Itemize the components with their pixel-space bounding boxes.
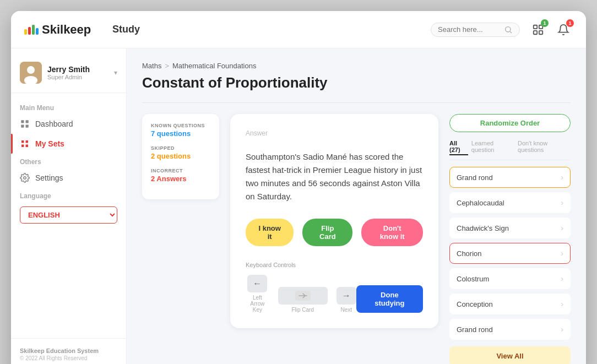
question-label: Conception xyxy=(457,300,493,308)
search-icon xyxy=(504,25,513,34)
done-studying-button[interactable]: Done studying xyxy=(356,285,423,313)
chevron-right-icon: › xyxy=(561,249,563,258)
question-item[interactable]: Chorion › xyxy=(449,243,571,264)
key-controls: ← Left Arrow Key Flip Card xyxy=(246,275,356,313)
sidebar-settings-label: Settings xyxy=(35,173,63,182)
stat-incorrect-value: 2 Answers xyxy=(151,175,210,183)
main-layout: Jerry Smith Super Admin ▾ Main Menu Dash… xyxy=(11,48,586,364)
question-item[interactable]: Grand rond › xyxy=(449,167,571,188)
apps-badge: 1 xyxy=(541,19,549,27)
question-item[interactable]: Chadwick's Sign › xyxy=(449,218,571,238)
content: Maths > Mathematical Foundations Constan… xyxy=(127,48,586,364)
question-list: Grand rond › Cephalocaudal › Chadwick's … xyxy=(449,167,571,340)
card-label: Answer xyxy=(246,129,423,137)
left-arrow-desc: Left Arrow Key xyxy=(246,295,269,313)
notifications-button[interactable]: 1 xyxy=(554,20,573,39)
svg-rect-9 xyxy=(21,120,24,123)
header: Skilkeep Study 1 1 xyxy=(11,11,586,48)
stat-skipped: SKIPPED 2 questions xyxy=(151,145,210,160)
apps-button[interactable]: 1 xyxy=(529,20,547,39)
keyboard-section: Keyboard Controls ← Left Arrow Key xyxy=(246,255,423,313)
next-key[interactable]: → xyxy=(337,287,356,305)
filter-tab-all[interactable]: All (27) xyxy=(449,139,468,155)
language-select[interactable]: ENGLISH xyxy=(20,207,117,224)
chevron-right-icon: › xyxy=(561,325,563,334)
avatar xyxy=(20,62,42,84)
question-label: Colostrum xyxy=(457,275,489,283)
stat-skipped-value: 2 questions xyxy=(151,152,210,160)
chevron-right-icon: › xyxy=(561,173,563,182)
settings-icon xyxy=(20,173,30,183)
right-panel: Randomize Order All (27) Learned questio… xyxy=(449,114,571,364)
others-label: Others xyxy=(11,154,126,168)
flip-key-group: Flip Card xyxy=(278,287,328,313)
sidebar-dashboard-label: Dashboard xyxy=(35,119,73,128)
svg-rect-2 xyxy=(534,25,537,28)
svg-rect-11 xyxy=(21,125,24,128)
randomize-button[interactable]: Randomize Order xyxy=(449,114,571,132)
sidebar-my-sets-label: My Sets xyxy=(35,139,64,148)
content-divider xyxy=(142,102,571,103)
search-input[interactable] xyxy=(438,25,504,34)
filter-tab-dontknow[interactable]: Don't know questions xyxy=(518,139,571,155)
question-item[interactable]: Colostrum › xyxy=(449,268,571,289)
stat-incorrect: INCORRECT 2 Answers xyxy=(151,168,210,183)
question-item[interactable]: Cephalocaudal › xyxy=(449,192,571,213)
main-menu-label: Main Menu xyxy=(11,100,126,114)
chevron-right-icon: › xyxy=(561,274,563,283)
stat-known: KNOWN QUESTIONS 7 questions xyxy=(151,123,210,138)
header-icons: 1 1 xyxy=(529,20,573,39)
chevron-right-icon: › xyxy=(561,198,563,207)
language-label: Language xyxy=(11,188,126,202)
search-area xyxy=(431,23,520,37)
question-label: Cephalocaudal xyxy=(457,199,504,207)
view-all-button[interactable]: View All xyxy=(449,346,571,364)
logo-text: Skilkeep xyxy=(42,23,91,37)
question-label: Chorion xyxy=(457,249,482,258)
stat-skipped-label: SKIPPED xyxy=(151,145,210,151)
know-it-button[interactable]: I know it xyxy=(246,219,294,246)
question-item[interactable]: Conception › xyxy=(449,294,571,314)
header-title: Study xyxy=(112,24,431,35)
svg-point-13 xyxy=(24,177,26,180)
sidebar-item-settings[interactable]: Settings xyxy=(11,168,126,188)
notifications-badge: 1 xyxy=(566,19,574,27)
sidebar-bottom: Skilkeep Education System © 2022 All Rig… xyxy=(11,338,126,364)
user-card[interactable]: Jerry Smith Super Admin ▾ xyxy=(11,57,126,93)
study-area: KNOWN QUESTIONS 7 questions SKIPPED 2 qu… xyxy=(142,114,571,364)
flip-key[interactable] xyxy=(278,287,328,305)
breadcrumb: Maths > Mathematical Foundations xyxy=(142,62,571,70)
user-dropdown-arrow[interactable]: ▾ xyxy=(114,69,117,77)
svg-rect-5 xyxy=(539,30,542,34)
left-arrow-group: ← Left Arrow Key xyxy=(246,275,269,313)
filter-tab-learned[interactable]: Learned question xyxy=(471,139,514,155)
svg-point-0 xyxy=(506,26,511,31)
question-item[interactable]: Grand rond › xyxy=(449,319,571,340)
left-arrow-key[interactable]: ← xyxy=(247,275,267,292)
question-label: Grand rond xyxy=(457,173,493,182)
question-label: Grand rond xyxy=(457,325,493,334)
flip-card-button[interactable]: Flip Card xyxy=(302,219,352,246)
svg-rect-12 xyxy=(26,125,29,128)
flip-key-desc: Flip Card xyxy=(291,307,314,313)
dont-know-button[interactable]: Don't know it xyxy=(361,219,423,246)
stat-incorrect-label: INCORRECT xyxy=(151,168,210,173)
my-sets-icon xyxy=(20,139,30,149)
language-select-wrap[interactable]: ENGLISH xyxy=(20,207,117,224)
search-wrap[interactable] xyxy=(431,23,520,37)
stat-known-value: 7 questions xyxy=(151,129,210,138)
sidebar-item-my-sets[interactable]: My Sets xyxy=(11,134,126,154)
logo: Skilkeep xyxy=(24,23,112,37)
next-key-desc: Next xyxy=(340,307,352,313)
svg-rect-10 xyxy=(26,120,29,123)
card-actions: I know it Flip Card Don't know it xyxy=(246,219,423,246)
sidebar-copyright: © 2022 All Rights Reserved xyxy=(20,355,117,361)
breadcrumb-root[interactable]: Maths xyxy=(142,62,161,70)
card-content: Southampton's Sadio Mané has scored the … xyxy=(246,146,423,214)
svg-rect-4 xyxy=(534,30,537,34)
sidebar-item-dashboard[interactable]: Dashboard xyxy=(11,114,126,134)
dashboard-icon xyxy=(20,119,30,129)
filter-tabs: All (27) Learned question Don't know que… xyxy=(449,139,571,160)
bottom-row: ← Left Arrow Key Flip Card xyxy=(246,275,423,313)
breadcrumb-current: Mathematical Foundations xyxy=(172,62,256,70)
